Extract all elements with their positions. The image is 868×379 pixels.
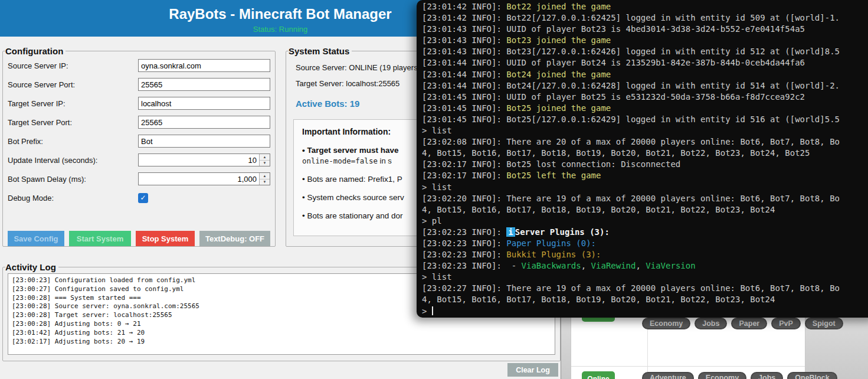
terminal-segment: [23:02:23 INFO]:: [422, 250, 506, 259]
spin-down-button[interactable]: ▼: [260, 161, 270, 166]
online-mode-rest: in s: [378, 156, 392, 165]
terminal-line: [23:01:43 INFO]: Bot23 joined the game: [422, 35, 868, 46]
activity-log-entry: [23:01:42] Adjusting bots: 21 → 20: [12, 329, 551, 338]
terminal-segment: [23:02:17 INFO]: Bot25 lost connection: …: [422, 159, 680, 169]
server-tag-pill: Economy: [642, 318, 690, 329]
bot-spawn-delay-label: Bot Spawn Delay (ms):: [8, 175, 138, 184]
server-tag-pill: OneBlock: [787, 372, 837, 379]
terminal-segment-green: ViaBackwards: [522, 261, 581, 270]
terminal-line: [23:02:23 INFO]: Paper Plugins (0):: [422, 238, 868, 249]
terminal-segment: > pl: [422, 216, 442, 226]
source-server-port-input[interactable]: [138, 78, 270, 91]
config-row: Bot Prefix:: [8, 132, 270, 151]
server-tags-row: AdventureEconomyJobsOneBlock: [642, 372, 837, 379]
terminal-segment: [23:01:45 INFO]: UUID of player Bot25 is…: [422, 92, 805, 102]
target-server-ip-input[interactable]: [138, 97, 270, 110]
terminal-segment: [23:01:43 INFO]: Bot23[/127.0.0.1:62426]…: [422, 47, 840, 56]
stop-system-button[interactable]: Stop System: [136, 231, 195, 246]
minecraft-server-console[interactable]: [23:01:42 INFO]: Bot22 joined the game[2…: [417, 0, 868, 318]
terminal-segment: > list: [422, 182, 452, 192]
server-tag-pill: Jobs: [751, 372, 783, 379]
terminal-segment: [23:02:23 INFO]:: [422, 227, 506, 237]
terminal-segment-yel: Bot25 joined the game: [506, 103, 611, 113]
bot-prefix-label: Bot Prefix:: [8, 137, 138, 146]
terminal-line: > pl: [422, 215, 868, 227]
terminal-segment: [23:01:43 INFO]: UUID of player Bot23 is…: [422, 24, 805, 34]
terminal-line: 4, Bot15, Bot16, Bot17, Bot18, Bot19, Bo…: [422, 148, 868, 159]
server-tag-pill: Economy: [698, 372, 746, 379]
terminal-segment-green: ViaRewind: [591, 261, 636, 270]
target-server-ip-label: Target Server IP:: [8, 99, 138, 108]
terminal-line: > list: [422, 182, 868, 193]
terminal-line: [23:01:42 INFO]: Bot22 joined the game: [422, 1, 868, 12]
config-row: Bot Spawn Delay (ms): 1,000 ▲ ▼: [8, 169, 270, 188]
server-online-button[interactable]: Online: [582, 371, 615, 379]
terminal-segment: [23:02:20 INFO]: There are 19 of a max o…: [422, 194, 840, 203]
terminal-segment: > list: [422, 126, 452, 135]
bot-spawn-delay-spinner[interactable]: 1,000 ▲ ▼: [138, 172, 270, 185]
terminal-segment: 4, Bot15, Bot16, Bot17, Bot18, Bot19, Bo…: [422, 295, 775, 304]
checkbox-slot: ✓: [138, 193, 270, 203]
terminal-segment: [23:01:44 INFO]: UUID of player Bot24 is…: [422, 58, 805, 67]
update-interval-spinner[interactable]: 10 ▲ ▼: [138, 153, 270, 166]
terminal-segment: [23:02:23 INFO]: -: [422, 261, 522, 270]
terminal-line: [23:02:17 INFO]: Bot25 lost connection: …: [422, 159, 868, 170]
card-row-divider: [571, 366, 805, 367]
terminal-segment-green: ViaVersion: [646, 261, 695, 270]
debug-mode-checkbox[interactable]: ✓: [138, 193, 148, 203]
terminal-line: [23:02:23 INFO]: - ViaBackwards, ViaRewi…: [422, 260, 868, 272]
terminal-cursor: [432, 306, 433, 315]
terminal-segment: [23:01:42 INFO]: Bot22[/127.0.0.1:62425]…: [422, 13, 840, 22]
configuration-legend: Configuration: [5, 46, 65, 56]
terminal-line: > list: [422, 125, 868, 136]
start-system-button[interactable]: Start System: [69, 231, 131, 246]
bot-prefix-input[interactable]: [138, 135, 270, 148]
config-row: Debug Mode: ✓: [8, 188, 270, 207]
terminal-segment-yel: Bot23 joined the game: [506, 35, 611, 45]
system-status-legend: System Status: [289, 46, 352, 56]
terminal-line: [23:01:45 INFO]: Bot25[/127.0.0.1:62429]…: [422, 114, 868, 125]
clear-log-button[interactable]: Clear Log: [507, 363, 558, 377]
terminal-line: [23:02:27 INFO]: There are 19 of a max o…: [422, 283, 868, 294]
target-server-port-input[interactable]: [138, 116, 270, 129]
spinner-buttons: ▲ ▼: [259, 173, 270, 185]
save-config-button[interactable]: Save Config: [8, 231, 64, 246]
terminal-output: [23:01:42 INFO]: Bot22 joined the game[2…: [422, 1, 868, 317]
terminal-segment: 4, Bot15, Bot16, Bot17, Bot18, Bot19, Bo…: [422, 148, 810, 158]
source-server-ip-input[interactable]: [138, 59, 270, 72]
config-button-row: Save Config Start System Stop System Tex…: [8, 231, 270, 246]
server-tag-pill: Adventure: [642, 372, 694, 379]
terminal-segment-gold: Bukkit Plugins (3):: [506, 250, 601, 259]
terminal-line: [23:01:43 INFO]: UUID of player Bot23 is…: [422, 24, 868, 35]
terminal-line: [23:02:08 INFO]: There are 20 of a max o…: [422, 136, 868, 148]
terminal-line: [23:01:43 INFO]: Bot23[/127.0.0.1:62426]…: [422, 46, 868, 57]
config-row: Source Server Port:: [8, 75, 270, 94]
spin-down-button[interactable]: ▼: [260, 179, 270, 185]
config-row: Target Server IP:: [8, 94, 270, 113]
terminal-segment: [23:01:45 INFO]:: [422, 103, 506, 113]
check-icon: ✓: [140, 194, 146, 201]
spin-up-button[interactable]: ▲: [260, 154, 270, 161]
terminal-segment-ibadge: i: [506, 227, 515, 237]
terminal-segment: [23:01:44 INFO]:: [422, 70, 506, 79]
spin-up-button[interactable]: ▲: [260, 173, 270, 179]
terminal-segment-yel: Bot24 joined the game: [506, 70, 611, 79]
terminal-segment: ,: [636, 261, 646, 270]
terminal-line: [23:01:45 INFO]: UUID of player Bot25 is…: [422, 92, 868, 103]
activity-log-entry: [23:00:28] Adjusting bots: 0 → 21: [12, 320, 551, 329]
terminal-line: [23:01:45 INFO]: Bot25 joined the game: [422, 103, 868, 114]
terminal-line: [23:02:17 INFO]: Bot25 left the game: [422, 170, 868, 181]
terminal-segment-wb: Server Plugins (3):: [515, 227, 610, 237]
terminal-line: >: [422, 306, 868, 317]
terminal-segment: [23:01:42 INFO]:: [422, 2, 506, 11]
config-row: Source Server IP:: [8, 56, 270, 75]
terminal-segment: [23:02:17 INFO]:: [422, 171, 506, 180]
textdebug-toggle-button[interactable]: TextDebug: OFF: [199, 231, 270, 246]
server-tag-pill: Paper: [731, 318, 767, 329]
terminal-line: 4, Bot15, Bot16, Bot17, Bot18, Bot19, Bo…: [422, 204, 868, 215]
update-interval-value: 10: [139, 154, 257, 166]
server-tag-pill: Jobs: [695, 318, 727, 329]
spinner-buttons: ▲ ▼: [259, 154, 270, 166]
config-row: Update Interval (seconds): 10 ▲ ▼: [8, 151, 270, 169]
terminal-line: [23:01:44 INFO]: Bot24 joined the game: [422, 69, 868, 80]
